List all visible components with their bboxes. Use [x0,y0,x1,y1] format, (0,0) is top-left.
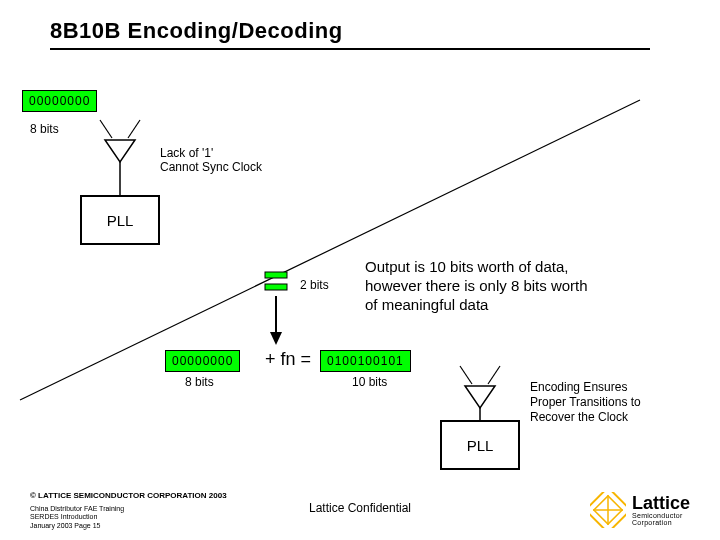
svg-marker-7 [105,140,135,162]
explain-line: Output is 10 bits worth of data, [365,258,588,277]
input-bits-box-top: 00000000 [22,90,97,112]
logo-name: Lattice [632,494,690,512]
result-line: Proper Transitions to [530,395,641,410]
input-bits-label-top: 8 bits [30,122,59,136]
encoding-result: Encoding Ensures Proper Transitions to R… [530,380,641,425]
title-underline [50,48,650,50]
svg-rect-9 [265,272,287,278]
sync-warning: Lack of '1' Cannot Sync Clock [160,146,262,175]
pll-box-bottom: PLL [440,420,520,470]
output-bits-box: 0100100101 [320,350,411,372]
two-bits-label: 2 bits [300,278,329,292]
input-bits-box-bottom: 00000000 [165,350,240,372]
sync-warning-line: Lack of '1' [160,146,262,160]
explain-line: of meaningful data [365,296,588,315]
sync-warning-line: Cannot Sync Clock [160,160,262,174]
pll-box-top: PLL [80,195,160,245]
svg-marker-12 [270,332,282,345]
result-line: Encoding Ensures [530,380,641,395]
svg-marker-15 [465,386,495,408]
svg-line-14 [488,366,500,384]
result-line: Recover the Clock [530,410,641,425]
svg-line-6 [128,120,140,138]
svg-line-13 [460,366,472,384]
diagram-overlay [0,0,720,540]
logo-sub: Semiconductor [632,512,690,519]
input-bits-label-bottom: 8 bits [185,375,214,389]
pll-label: PLL [467,437,494,454]
lattice-logo-icon [590,492,626,528]
pll-label: PLL [107,212,134,229]
lattice-logo: Lattice Semiconductor Corporation [590,492,690,528]
svg-line-5 [100,120,112,138]
page-title: 8B10B Encoding/Decoding [50,18,343,44]
footer-line: January 2003 Page 15 [30,522,124,530]
svg-rect-10 [265,284,287,290]
copyright: © LATTICE SEMICONDUCTOR CORPORATION 2003 [30,491,227,500]
explain-line: however there is only 8 bits worth [365,277,588,296]
output-bits-label: 10 bits [352,375,387,389]
output-explanation: Output is 10 bits worth of data, however… [365,258,588,314]
fn-operator: + fn = [265,349,311,370]
logo-sub: Corporation [632,519,690,526]
